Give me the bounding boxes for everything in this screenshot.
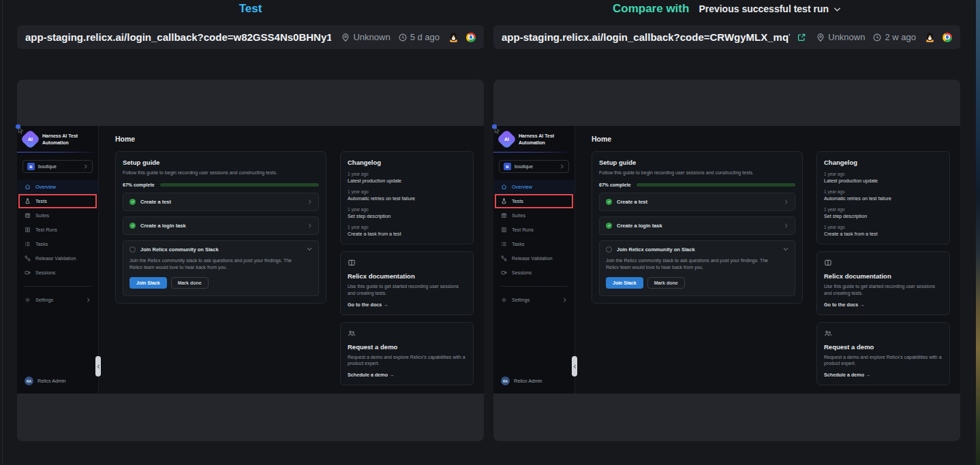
flask-icon [25, 198, 31, 204]
sidebar-item-suites[interactable]: Suites [17, 208, 98, 223]
sidebar-item-sessions[interactable]: Sessions [493, 266, 575, 280]
left-app-screenshot: AI Harness AI Test Automation B boutique… [17, 126, 484, 394]
sidebar-item-test-runs[interactable]: Test Runs [17, 223, 98, 237]
app-main: Home Setup guide Follow this guide to be… [99, 126, 484, 394]
right-location-label: Unknown [828, 32, 865, 42]
join-slack-header[interactable]: Join Relicx community on Slack [129, 246, 312, 253]
user-menu[interactable]: RA Relicx Admin [17, 370, 98, 394]
setup-item-join-slack: Join Relicx community on Slack Join the … [123, 240, 319, 296]
app-brand: AI Harness AI Test Automation [17, 126, 98, 152]
request-demo-title: Request a demo [824, 343, 943, 351]
sidebar-item-settings[interactable]: Settings [493, 293, 575, 307]
sidebar-collapse-handle[interactable] [95, 356, 101, 376]
flask-icon [501, 198, 507, 204]
sidebar-item-overview[interactable]: Overview [493, 180, 575, 194]
sidebar-item-sessions[interactable]: Sessions [17, 266, 98, 280]
test-panel-title: Test [239, 2, 262, 16]
sidebar-divider [24, 286, 91, 287]
chrome-browser-icon [943, 33, 952, 42]
compare-run-dropdown[interactable]: Previous successful test run [699, 3, 841, 14]
chevron-right-icon [784, 223, 788, 228]
external-link-icon[interactable] [797, 33, 806, 42]
sidebar-item-tasks[interactable]: Tasks [17, 237, 98, 251]
documentation-card: Relicx documentation Use this guide to g… [340, 251, 474, 315]
user-name: Relicx Admin [514, 378, 542, 384]
compare-run-dropdown-value: Previous successful test run [699, 3, 829, 14]
location-pin-icon [341, 33, 350, 42]
sidebar-nav: Overview Tests Suites Test Runs Tasks [493, 180, 575, 280]
join-slack-button[interactable]: Join Slack [606, 277, 643, 289]
changelog-title: Changelog [348, 159, 466, 166]
project-selector[interactable]: B boutique [22, 160, 93, 173]
setup-item-create-test[interactable]: Create a test [599, 193, 795, 211]
sidebar-item-settings[interactable]: Settings [17, 293, 98, 307]
mark-done-button[interactable]: Mark done [171, 277, 209, 289]
setup-item-create-test[interactable]: Create a test [123, 193, 319, 211]
sidebar-item-release-validation[interactable]: Release Validation [493, 251, 575, 266]
project-badge: B [504, 163, 511, 170]
gear-icon [25, 297, 31, 303]
check-circle-icon [606, 223, 612, 229]
join-slack-header[interactable]: Join Relicx community on Slack [606, 246, 788, 253]
check-circle-icon [129, 199, 136, 205]
chevron-right-icon [562, 298, 567, 302]
project-name: boutique [38, 164, 57, 169]
changelog-entry: 1 year ago Automatic retries on test fai… [824, 189, 943, 202]
setup-guide-description: Follow this guide to begin recording use… [123, 170, 319, 176]
sidebar-item-tasks[interactable]: Tasks [493, 237, 575, 251]
unchecked-circle-icon [606, 246, 612, 253]
sidebar-item-release-validation[interactable]: Release Validation [17, 251, 98, 266]
project-badge: B [27, 163, 35, 170]
setup-guide-title: Setup guide [599, 159, 795, 166]
linux-os-icon [450, 33, 457, 42]
go-to-docs-link[interactable]: Go to the docs → [348, 302, 466, 308]
schedule-demo-link[interactable]: Schedule a demo → [824, 372, 943, 378]
setup-guide-card: Setup guide Follow this guide to begin r… [115, 151, 326, 304]
left-location-label: Unknown [353, 32, 390, 42]
book-icon [348, 259, 356, 267]
app-sidebar: AI Harness AI Test Automation B boutique… [17, 126, 99, 394]
user-menu[interactable]: RA Relicx Admin [493, 370, 575, 394]
chevron-left-icon [573, 364, 577, 369]
right-url-text: app-staging.relicx.ai/login_callback?cod… [502, 31, 790, 43]
right-screenshot-panel: AI Harness AI Test Automation B boutique… [493, 80, 960, 441]
sidebar-item-tests[interactable]: Tests [17, 194, 98, 208]
sidebar-item-suites[interactable]: Suites [493, 208, 575, 223]
app-brand: AI Harness AI Test Automation [493, 126, 575, 152]
list-icon [25, 241, 31, 247]
setup-guide-card: Setup guide Follow this guide to begin r… [592, 151, 803, 304]
changelog-entry: 1 year ago Latest production update [824, 172, 943, 184]
go-to-docs-link[interactable]: Go to the docs → [824, 302, 943, 308]
flow-icon [501, 255, 507, 261]
chevron-down-icon [783, 247, 788, 251]
changelog-title: Changelog [824, 159, 943, 166]
chevron-right-icon [83, 164, 88, 169]
changelog-entry: 1 year ago Set step description [348, 207, 466, 219]
project-selector[interactable]: B boutique [499, 160, 569, 173]
app-title: Harness AI Test Automation [42, 133, 78, 146]
sidebar-item-tests[interactable]: Tests [493, 194, 575, 208]
sidebar-item-test-runs[interactable]: Test Runs [493, 223, 575, 237]
setup-item-create-login-task[interactable]: Create a login task [123, 217, 319, 235]
page-title: Home [592, 135, 951, 143]
left-age-label: 5 d ago [410, 32, 440, 42]
sidebar-collapse-handle[interactable] [572, 356, 577, 376]
clock-icon [872, 33, 882, 42]
mark-done-button[interactable]: Mark done [647, 277, 685, 289]
request-demo-description: Request a demo and explore Relicx's capa… [824, 354, 943, 368]
right-age-label: 2 w ago [885, 32, 916, 42]
documentation-description: Use this guide to get started recording … [348, 283, 466, 297]
join-slack-button[interactable]: Join Slack [129, 277, 167, 289]
changelog-entry: 1 year ago Create a task from a test [348, 225, 466, 237]
setup-progress: 67% complete [599, 182, 795, 187]
check-circle-icon [129, 223, 136, 229]
changelog-entry: 1 year ago Set step description [824, 207, 943, 219]
setup-item-create-login-task[interactable]: Create a login task [599, 217, 795, 235]
sidebar-item-overview[interactable]: Overview [17, 180, 98, 194]
right-url-bar: app-staging.relicx.ai/login_callback?cod… [493, 25, 960, 49]
setup-progress-label: 67% complete [123, 182, 155, 187]
window-edge-line [2, 0, 3, 465]
schedule-demo-link[interactable]: Schedule a demo → [348, 372, 466, 378]
sidebar-nav: Overview Tests Suites Test Runs Tasks [17, 180, 98, 280]
sidebar-divider [500, 286, 568, 287]
